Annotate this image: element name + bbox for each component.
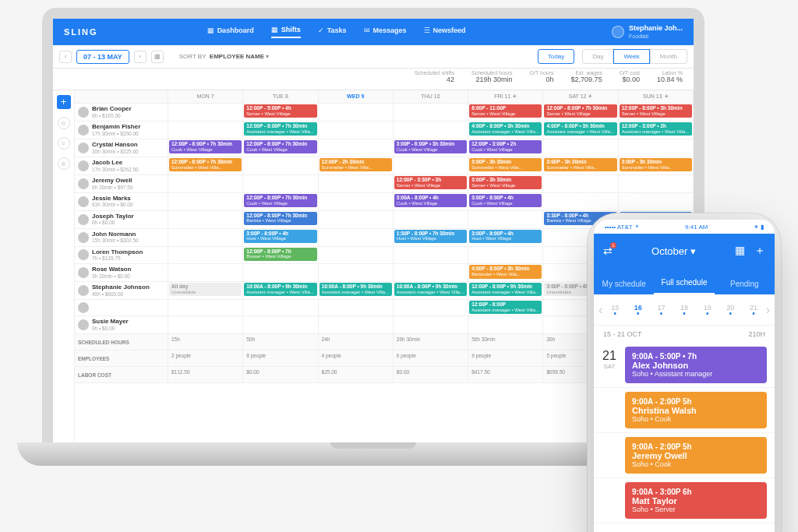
day-header[interactable]: MON 7 bbox=[168, 90, 243, 103]
employee-cell[interactable]: Susie Mayer0h • $0.00 bbox=[75, 316, 168, 333]
shift-block[interactable]: 12:00P - 8:00P • 7h 30minAssistant manag… bbox=[244, 122, 316, 136]
grid-cell[interactable] bbox=[168, 122, 243, 139]
day-header[interactable]: SAT 12 ☀ bbox=[543, 90, 618, 103]
rail-icon-2[interactable]: ≡ bbox=[58, 137, 70, 150]
grid-cell[interactable]: 12:00P - 3:30P • 3hServer • West Village bbox=[394, 175, 468, 192]
day-header[interactable]: FRI 11 ☀ bbox=[468, 90, 543, 103]
grid-cell[interactable] bbox=[319, 193, 394, 210]
employee-cell[interactable] bbox=[75, 300, 168, 315]
phone-shift-item[interactable]: 21SAT9:00A - 5:00P • 7hAlex JohnsonSoho … bbox=[594, 343, 775, 388]
grid-cell[interactable] bbox=[543, 175, 618, 192]
employee-cell[interactable]: Jacob Lee17h 30min • $262.50 bbox=[75, 157, 168, 174]
grid-cell[interactable] bbox=[468, 211, 543, 228]
phone-day[interactable]: 19 bbox=[697, 304, 719, 316]
prev-range-button[interactable]: ‹ bbox=[59, 51, 72, 63]
phone-day[interactable]: 20 bbox=[719, 304, 741, 316]
day-header[interactable]: SUN 13 ☀ bbox=[619, 90, 694, 103]
employee-cell[interactable]: Loren Thompson7h • $128.75 bbox=[75, 247, 168, 264]
grid-cell[interactable] bbox=[319, 175, 394, 192]
tab-full-schedule[interactable]: Full schedule bbox=[654, 278, 714, 294]
grid-cell[interactable]: 10:00A - 8:00P • 9h 30minAssistant manag… bbox=[394, 282, 468, 299]
grid-cell[interactable]: 12:00P - 8:00P • 7h 30minCook • West Vil… bbox=[243, 193, 318, 210]
grid-cell[interactable]: 12:00P - 8:00P • 7h 30minSommelier • Wes… bbox=[168, 157, 243, 174]
today-button[interactable]: Today bbox=[538, 49, 574, 64]
add-button[interactable]: + bbox=[57, 95, 71, 109]
grid-cell[interactable] bbox=[319, 316, 394, 333]
grid-cell[interactable]: 12:00P - 8:00P • 7hBusser • West Village bbox=[243, 247, 318, 264]
phone-shift-item[interactable]: 9:00A - 2:00P 5hChristina WalshSoho • Co… bbox=[594, 388, 775, 433]
shift-block[interactable]: 12:00P - 8:00P • 7h 30minCook • West Vil… bbox=[244, 140, 316, 153]
grid-cell[interactable] bbox=[168, 316, 243, 333]
phone-day[interactable]: 15 bbox=[604, 304, 626, 316]
shift-block[interactable]: 10:00A - 8:00P • 9h 30minAssistant manag… bbox=[244, 283, 316, 296]
shift-block[interactable]: 3:00P - 3h 30minSommelier • West Villa..… bbox=[544, 158, 616, 171]
seg-week[interactable]: Week bbox=[613, 49, 649, 64]
grid-cell[interactable]: All dayUnavailable bbox=[168, 282, 243, 299]
grid-cell[interactable] bbox=[319, 211, 394, 228]
nav-newsfeed[interactable]: ☰ Newsfeed bbox=[424, 26, 466, 38]
grid-cell[interactable]: 10:00A - 8:00P • 9h 30minAssistant manag… bbox=[319, 282, 394, 299]
grid-cell[interactable]: 12:00P - 8:00P • 7h 30minBarista • West … bbox=[243, 211, 318, 228]
employee-cell[interactable]: Jessie Marks83h 30min • $0.00 bbox=[75, 193, 168, 210]
rail-icon-1[interactable]: ◎ bbox=[58, 117, 70, 129]
phone-title[interactable]: October ▾ bbox=[651, 245, 696, 257]
shift-block[interactable]: 4:00P - 8:00P • 3h 30minAssistant manage… bbox=[469, 122, 542, 136]
grid-cell[interactable]: 12:00P - 8:00P • 7h 30minCook • West Vil… bbox=[243, 139, 318, 157]
nav-tasks[interactable]: ✓ Tasks bbox=[318, 26, 347, 38]
phone-day[interactable]: 21 bbox=[743, 304, 764, 316]
grid-cell[interactable] bbox=[394, 300, 468, 315]
grid-cell[interactable] bbox=[394, 211, 468, 228]
calendar-icon[interactable]: ▦ bbox=[735, 244, 745, 258]
phone-shift-item[interactable]: 9:00A - 3:00P 6hMatt TaylorSoho • Server bbox=[594, 478, 775, 523]
grid-cell[interactable]: 3:00P - 3h 30minServer • West Village bbox=[468, 175, 543, 192]
grid-cell[interactable] bbox=[319, 229, 394, 246]
nav-shifts[interactable]: ▦ Shifts bbox=[271, 26, 301, 38]
grid-cell[interactable]: 1:30P - 8:00P • 7h 30minHost • West Vill… bbox=[394, 229, 468, 246]
shift-block[interactable]: 10:00A - 8:00P • 9h 30minAssistant manag… bbox=[394, 283, 467, 296]
employee-cell[interactable]: Benjamin Fisher17h 30min • $350.00 bbox=[75, 122, 168, 139]
rail-icon-3[interactable]: ⊕ bbox=[58, 157, 70, 170]
grid-cell[interactable] bbox=[619, 193, 694, 210]
shift-block[interactable]: 3:00A - 8:00P • 4hCook • West Village bbox=[394, 194, 467, 207]
grid-cell[interactable]: 3:00P - 8:00P • 4hCook • West Village bbox=[468, 193, 543, 210]
shift-block[interactable]: 12:00P - 8:00P • 7h 30minServer • West V… bbox=[544, 104, 616, 118]
phone-day[interactable]: 18 bbox=[673, 304, 695, 316]
calendar-button[interactable]: ▦ bbox=[151, 51, 164, 63]
grid-cell[interactable]: 3:00P - 3h 30minSommelier • West Villa..… bbox=[468, 157, 543, 174]
shift-block[interactable]: 12:00P - 8:00P • 7h 30minSommelier • Wes… bbox=[169, 158, 242, 171]
shift-block[interactable]: 12:00P - 5:00P • 4hServer • West Village bbox=[244, 104, 316, 118]
day-header[interactable]: TUE 8 bbox=[243, 90, 318, 103]
grid-cell[interactable] bbox=[543, 193, 618, 210]
grid-cell[interactable]: 12:00P - 8:00P • 3h 30minServer • West V… bbox=[619, 104, 694, 121]
grid-cell[interactable] bbox=[168, 193, 243, 210]
grid-cell[interactable] bbox=[243, 316, 318, 333]
next-range-button[interactable]: › bbox=[134, 51, 147, 63]
tab-pending[interactable]: Pending bbox=[715, 280, 775, 294]
prev-week-icon[interactable]: ‹ bbox=[598, 303, 602, 317]
grid-cell[interactable]: 8:00P - 11:00PServer • West Village bbox=[468, 104, 543, 121]
shift-block[interactable]: 12:00P - 8:00P • 7h 30minCook • West Vil… bbox=[169, 140, 242, 153]
grid-cell[interactable] bbox=[243, 264, 318, 281]
employee-cell[interactable]: Stephanie Johnson40h • $800.00 bbox=[75, 282, 168, 299]
nav-messages[interactable]: ✉ Messages bbox=[364, 26, 407, 38]
shift-block[interactable]: 3:00P - 6:00P • 3h 30minCook • West Vill… bbox=[394, 140, 467, 153]
grid-cell[interactable]: 12:00P - 8:00P • 7h 30minAssistant manag… bbox=[243, 122, 318, 139]
grid-cell[interactable]: 3:00P - 8:00P • 4hHost • West Village bbox=[468, 229, 543, 246]
grid-cell[interactable] bbox=[394, 122, 468, 139]
user-menu[interactable]: Stephanie Joh...Foodlab bbox=[612, 24, 683, 40]
shift-block[interactable]: 10:00A - 8:00P • 9h 30minAssistant manag… bbox=[320, 283, 392, 296]
grid-cell[interactable]: 10:00A - 8:00P • 9h 30minAssistant manag… bbox=[243, 282, 318, 299]
seg-day[interactable]: Day bbox=[582, 49, 613, 64]
seg-month[interactable]: Month bbox=[650, 49, 687, 64]
grid-cell[interactable]: 12:00P - 2h 30minSommelier • West Villa.… bbox=[319, 157, 394, 174]
shift-block[interactable]: 3:00P - 3h 30minSommelier • West Villa..… bbox=[469, 158, 542, 171]
grid-cell[interactable]: 3:00A - 8:00P • 4hCook • West Village bbox=[394, 193, 468, 210]
grid-cell[interactable]: 12:00P - 5:00P • 4hServer • West Village bbox=[243, 104, 318, 121]
grid-cell[interactable] bbox=[319, 104, 394, 121]
shift-block[interactable]: 12:00P - 8:00PAssistant manager • West V… bbox=[469, 301, 542, 314]
filter-icon[interactable]: ⇄1 bbox=[603, 245, 613, 257]
employee-cell[interactable]: Jeremy Owell6h 30min • $97.50 bbox=[75, 175, 168, 192]
grid-cell[interactable] bbox=[168, 300, 243, 315]
grid-cell[interactable] bbox=[394, 264, 468, 281]
grid-cell[interactable] bbox=[468, 247, 543, 264]
